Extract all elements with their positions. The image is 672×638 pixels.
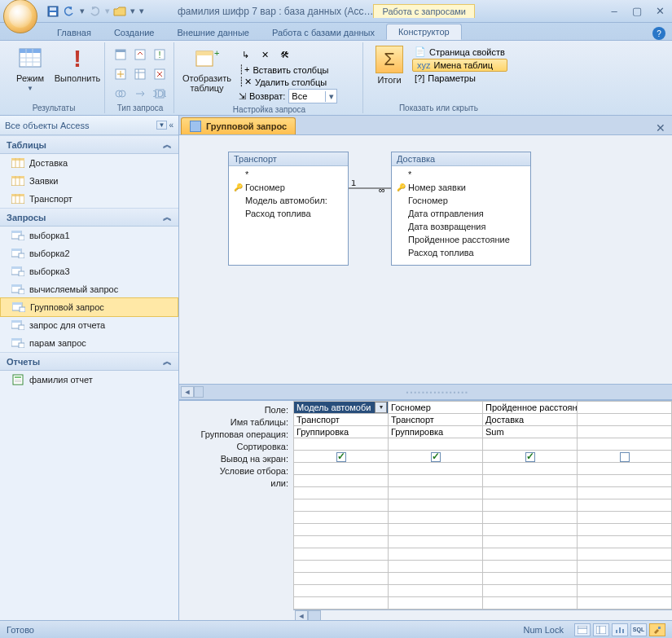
view-pivot-table-button[interactable] — [593, 623, 609, 636]
update-query-icon[interactable] — [112, 65, 130, 83]
designer-splitter[interactable]: ◄ ▪▪▪▪▪▪▪▪▪▪▪▪▪▪▪▪ — [179, 384, 672, 400]
grid-cell-empty[interactable] — [294, 585, 389, 597]
grid-cell-field[interactable]: Модель автомоби — [294, 402, 389, 414]
nav-item[interactable]: парам запрос — [0, 334, 178, 352]
grid-cell-show[interactable] — [578, 451, 672, 463]
office-button[interactable] — [3, 0, 37, 33]
totals-button[interactable]: Σ Итоги — [370, 44, 409, 85]
grid-cell-empty[interactable] — [483, 512, 578, 524]
help-button[interactable]: ? — [652, 27, 665, 40]
grid-cell-empty[interactable] — [294, 573, 389, 585]
table-field[interactable]: Госномер — [397, 195, 525, 208]
table-field[interactable]: Дата отправления — [397, 208, 525, 221]
save-icon[interactable] — [46, 4, 60, 19]
scroll-left-button[interactable]: ◄ — [181, 386, 194, 398]
grid-cell-empty[interactable] — [294, 548, 389, 561]
builder-icon[interactable]: 🛠 — [275, 46, 293, 64]
open-folder-icon[interactable] — [112, 4, 127, 19]
grid-cell-or[interactable] — [294, 475, 389, 487]
nav-item[interactable]: Групповой запрос — [0, 297, 178, 317]
view-sql-button[interactable]: SQL — [630, 623, 647, 636]
undo-icon[interactable] — [62, 4, 77, 19]
grid-cell-show[interactable] — [483, 451, 578, 463]
document-tab-active[interactable]: Групповой запрос — [181, 117, 296, 134]
grid-cell-empty[interactable] — [294, 512, 389, 524]
view-design-button[interactable] — [649, 623, 665, 636]
grid-cell-empty[interactable] — [483, 597, 578, 609]
table-field[interactable]: Пройденное расстояние — [397, 234, 525, 247]
grid-cell-or[interactable] — [483, 475, 578, 487]
delete-columns-button[interactable]: ┊✕ Удалить столбцы — [236, 76, 340, 88]
tab-design[interactable]: Конструктор — [386, 24, 462, 40]
table-field[interactable]: Модель автомобил: — [234, 195, 343, 208]
nav-item[interactable]: выборка3 — [0, 262, 178, 280]
insert-rows-icon[interactable]: ↳ — [236, 46, 254, 64]
view-datasheet-button[interactable] — [574, 623, 591, 636]
maximize-button[interactable]: ▢ — [628, 5, 646, 18]
collapse-pane-icon[interactable]: « — [169, 121, 173, 130]
grid-cell-empty[interactable] — [483, 536, 578, 548]
nav-item[interactable]: Заявки — [0, 172, 178, 190]
grid-cell-empty[interactable] — [389, 548, 483, 561]
nav-item[interactable]: запрос для отчета — [0, 316, 178, 334]
grid-cell-or[interactable] — [578, 475, 672, 487]
grid-cell-show[interactable] — [294, 451, 389, 463]
data-definition-query-icon[interactable]: DDL — [151, 85, 169, 103]
passthrough-query-icon[interactable] — [131, 85, 149, 103]
grid-cell-sort[interactable] — [483, 438, 578, 451]
property-sheet-button[interactable]: 📄 Страница свойств — [412, 46, 507, 58]
execute-button[interactable]: ! Выполнить — [55, 44, 99, 83]
grid-cell-criteria[interactable] — [294, 463, 389, 475]
grid-cell-empty[interactable] — [483, 573, 578, 585]
scrollbar-thumb[interactable] — [194, 386, 204, 398]
grid-cell-empty[interactable] — [389, 524, 483, 536]
delete-rows-icon[interactable]: ✕ — [256, 46, 274, 64]
grid-cell-empty[interactable] — [389, 499, 483, 512]
grid-cell-empty[interactable] — [389, 512, 483, 524]
grid-cell-empty[interactable] — [483, 487, 578, 499]
table-field[interactable]: Расход топлива — [397, 247, 525, 260]
grid-cell-show[interactable] — [389, 451, 483, 463]
grid-cell-empty[interactable] — [294, 597, 389, 609]
tab-external-data[interactable]: Внешние данные — [166, 25, 261, 40]
minimize-button[interactable]: – — [605, 5, 623, 18]
show-checkbox[interactable] — [525, 452, 535, 462]
grid-cell-field[interactable]: Госномер — [389, 402, 483, 414]
grid-cell-criteria[interactable] — [483, 463, 578, 475]
grid-cell-empty[interactable] — [483, 561, 578, 573]
view-pivot-chart-button[interactable] — [612, 623, 628, 636]
table-field[interactable]: 🔑Номер заявки — [397, 182, 525, 195]
grid-cell-empty[interactable] — [578, 548, 672, 561]
table-delivery[interactable]: Доставка *🔑Номер заявкиГосномерДата отпр… — [391, 152, 531, 266]
make-table-query-icon[interactable] — [131, 46, 149, 64]
nav-item[interactable]: выборка2 — [0, 244, 178, 262]
grid-cell-empty[interactable] — [578, 536, 672, 548]
tab-create[interactable]: Создание — [103, 25, 166, 40]
grid-cell-empty[interactable] — [483, 499, 578, 512]
close-button[interactable]: ✕ — [651, 5, 669, 18]
nav-item[interactable]: Транспорт — [0, 190, 178, 208]
grid-cell-empty[interactable] — [578, 573, 672, 585]
grid-cell-empty[interactable] — [578, 597, 672, 609]
grid-cell-empty[interactable] — [578, 512, 672, 524]
tab-database-tools[interactable]: Работа с базами данных — [261, 25, 386, 40]
nav-section-header[interactable]: Таблицы︽ — [0, 135, 178, 154]
grid-cell-empty[interactable] — [578, 524, 672, 536]
grid-cell-field[interactable]: Пройденное расстояние — [483, 402, 578, 414]
grid-cell-empty[interactable] — [294, 524, 389, 536]
table-transport[interactable]: Транспорт *🔑ГосномерМодель автомобил:Рас… — [228, 152, 349, 266]
append-query-icon[interactable]: ! — [151, 46, 169, 64]
chevron-down-icon[interactable]: ▾ — [78, 4, 86, 19]
grid-cell-criteria[interactable] — [578, 463, 672, 475]
insert-columns-button[interactable]: ┊+ Вставить столбцы — [236, 64, 340, 76]
grid-cell-empty[interactable] — [294, 499, 389, 512]
grid-cell-empty[interactable] — [483, 585, 578, 597]
return-value-input[interactable] — [289, 90, 325, 103]
tab-home[interactable]: Главная — [46, 25, 103, 40]
grid-cell-table[interactable]: Транспорт — [389, 414, 483, 426]
grid-cell-empty[interactable] — [483, 524, 578, 536]
close-document-button[interactable]: ✕ — [649, 121, 672, 134]
nav-item[interactable]: выборка1 — [0, 227, 178, 244]
delete-query-icon[interactable] — [151, 65, 169, 83]
table-names-button[interactable]: xyz Имена таблиц — [412, 59, 507, 72]
